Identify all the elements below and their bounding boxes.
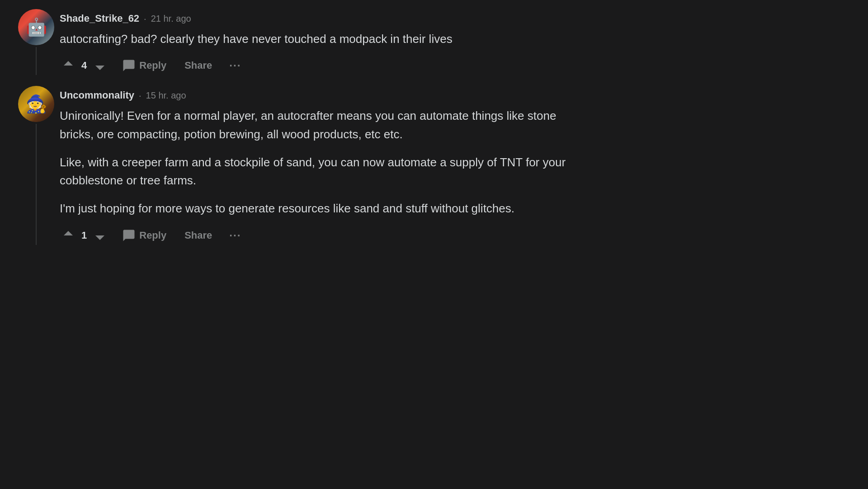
username-1[interactable]: Shade_Strike_62 bbox=[60, 13, 139, 24]
comment-actions-1: 4 Reply Share ··· bbox=[60, 56, 615, 75]
comment-header-2: Uncommonality · 15 hr. ago bbox=[60, 89, 615, 101]
upvote-button-2[interactable] bbox=[60, 227, 77, 244]
share-label-2: Share bbox=[184, 230, 212, 241]
comment-paragraph-2-3: I'm just hoping for more ways to generat… bbox=[60, 199, 580, 217]
comment-left-1 bbox=[18, 9, 54, 75]
timestamp-1: 21 hr. ago bbox=[151, 14, 191, 24]
avatar-uncommonality bbox=[18, 86, 54, 122]
share-button-1[interactable]: Share bbox=[180, 57, 217, 74]
comment-actions-2: 1 Reply Share ··· bbox=[60, 226, 615, 245]
upvote-icon-1 bbox=[61, 59, 75, 72]
username-2[interactable]: Uncommonality bbox=[60, 89, 134, 101]
comment-header-1: Shade_Strike_62 · 21 hr. ago bbox=[60, 13, 615, 24]
comment-left-2 bbox=[18, 86, 54, 244]
reply-button-1[interactable]: Reply bbox=[118, 56, 171, 75]
share-button-2[interactable]: Share bbox=[180, 227, 217, 244]
downvote-icon-1 bbox=[93, 59, 107, 72]
vote-group-1: 4 bbox=[60, 57, 108, 74]
vote-count-2: 1 bbox=[81, 230, 87, 241]
reply-icon-1 bbox=[122, 59, 136, 72]
upvote-icon-2 bbox=[61, 229, 75, 242]
reply-button-2[interactable]: Reply bbox=[118, 226, 171, 245]
downvote-icon-2 bbox=[93, 229, 107, 242]
thread-line-1 bbox=[36, 47, 37, 75]
avatar-shade-strike bbox=[18, 9, 54, 45]
more-button-2[interactable]: ··· bbox=[226, 227, 245, 244]
comment-body-1: Shade_Strike_62 · 21 hr. ago autocraftin… bbox=[60, 9, 615, 75]
more-label-1: ··· bbox=[229, 59, 241, 71]
more-button-1[interactable]: ··· bbox=[226, 57, 245, 74]
more-label-2: ··· bbox=[229, 229, 241, 241]
comment-paragraph-2-1: Unironically! Even for a normal player, … bbox=[60, 107, 580, 143]
reply-label-2: Reply bbox=[139, 230, 166, 241]
upvote-button-1[interactable] bbox=[60, 57, 77, 74]
comment-text-1: autocrafting? bad? clearly they have nev… bbox=[60, 30, 580, 48]
comment-body-2: Uncommonality · 15 hr. ago Unironically!… bbox=[60, 86, 615, 244]
share-label-1: Share bbox=[184, 60, 212, 71]
comment-paragraph-1: autocrafting? bad? clearly they have nev… bbox=[60, 30, 580, 48]
thread-line-2 bbox=[36, 124, 37, 244]
comment-paragraph-2-2: Like, with a creeper farm and a stockpil… bbox=[60, 153, 580, 190]
comment-text-2: Unironically! Even for a normal player, … bbox=[60, 107, 580, 217]
comment-2: Uncommonality · 15 hr. ago Unironically!… bbox=[18, 86, 615, 244]
downvote-button-1[interactable] bbox=[91, 57, 108, 74]
comment-1: Shade_Strike_62 · 21 hr. ago autocraftin… bbox=[18, 9, 615, 75]
reply-icon-2 bbox=[122, 229, 136, 242]
dot-sep-2: · bbox=[139, 90, 142, 101]
timestamp-2: 15 hr. ago bbox=[146, 90, 186, 101]
comments-container: Shade_Strike_62 · 21 hr. ago autocraftin… bbox=[0, 0, 633, 265]
vote-count-1: 4 bbox=[81, 60, 87, 71]
dot-sep-1: · bbox=[144, 14, 146, 24]
reply-label-1: Reply bbox=[139, 60, 166, 71]
vote-group-2: 1 bbox=[60, 227, 108, 244]
downvote-button-2[interactable] bbox=[91, 227, 108, 244]
